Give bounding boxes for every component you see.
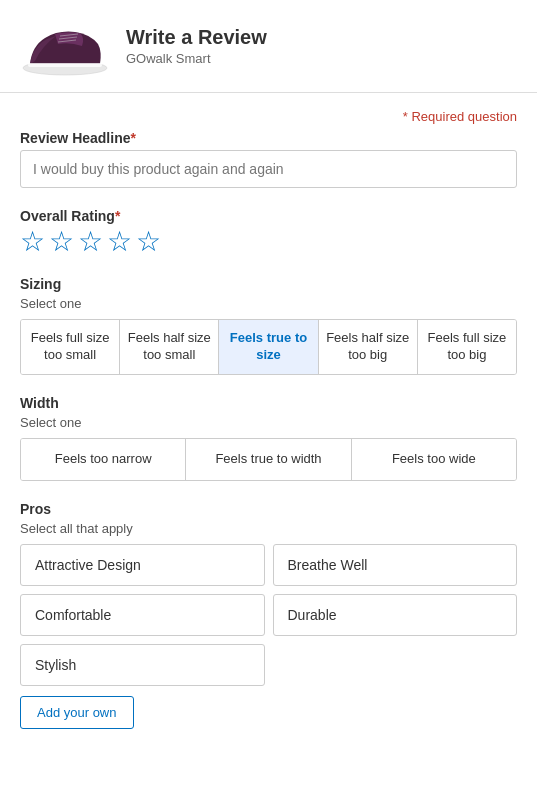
pros-item-durable[interactable]: Durable	[273, 594, 518, 636]
width-section: Width Select one Feels too narrow Feels …	[20, 395, 517, 481]
product-image	[20, 16, 110, 76]
pros-item-stylish[interactable]: Stylish	[20, 644, 265, 686]
width-option-3[interactable]: Feels too wide	[352, 439, 516, 480]
pros-section: Pros Select all that apply Attractive De…	[20, 501, 517, 729]
pros-sublabel: Select all that apply	[20, 521, 517, 536]
pros-item-comfortable[interactable]: Comfortable	[20, 594, 265, 636]
main-content: * Required question Review Headline* Ove…	[0, 93, 537, 765]
sizing-option-4[interactable]: Feels half size too big	[319, 320, 418, 374]
sizing-sublabel: Select one	[20, 296, 517, 311]
star-3[interactable]: ☆	[78, 228, 103, 256]
star-2[interactable]: ☆	[49, 228, 74, 256]
review-headline-section: Review Headline*	[20, 130, 517, 188]
width-option-1[interactable]: Feels too narrow	[21, 439, 186, 480]
star-4[interactable]: ☆	[107, 228, 132, 256]
sizing-option-3[interactable]: Feels true to size	[219, 320, 318, 374]
sizing-option-1[interactable]: Feels full size too small	[21, 320, 120, 374]
overall-rating-label: Overall Rating*	[20, 208, 517, 224]
page-title: Write a Review	[126, 26, 267, 49]
header-text: Write a Review GOwalk Smart	[126, 26, 267, 66]
review-headline-input[interactable]	[20, 150, 517, 188]
sizing-option-5[interactable]: Feels full size too big	[418, 320, 516, 374]
star-1[interactable]: ☆	[20, 228, 45, 256]
header: Write a Review GOwalk Smart	[0, 0, 537, 93]
width-options: Feels too narrow Feels true to width Fee…	[20, 438, 517, 481]
product-name: GOwalk Smart	[126, 51, 267, 66]
pros-grid: Attractive Design Breathe Well Comfortab…	[20, 544, 517, 686]
svg-rect-1	[28, 63, 102, 67]
width-label: Width	[20, 395, 517, 411]
overall-rating-section: Overall Rating* ☆ ☆ ☆ ☆ ☆	[20, 208, 517, 256]
sizing-label: Sizing	[20, 276, 517, 292]
width-sublabel: Select one	[20, 415, 517, 430]
add-own-button[interactable]: Add your own	[20, 696, 134, 729]
pros-label: Pros	[20, 501, 517, 517]
review-headline-label: Review Headline*	[20, 130, 517, 146]
pros-item-attractive-design[interactable]: Attractive Design	[20, 544, 265, 586]
sizing-option-2[interactable]: Feels half size too small	[120, 320, 219, 374]
star-rating[interactable]: ☆ ☆ ☆ ☆ ☆	[20, 228, 517, 256]
sizing-options: Feels full size too small Feels half siz…	[20, 319, 517, 375]
star-5[interactable]: ☆	[136, 228, 161, 256]
required-note: * Required question	[20, 109, 517, 124]
pros-item-breathe-well[interactable]: Breathe Well	[273, 544, 518, 586]
sizing-section: Sizing Select one Feels full size too sm…	[20, 276, 517, 375]
width-option-2[interactable]: Feels true to width	[186, 439, 351, 480]
